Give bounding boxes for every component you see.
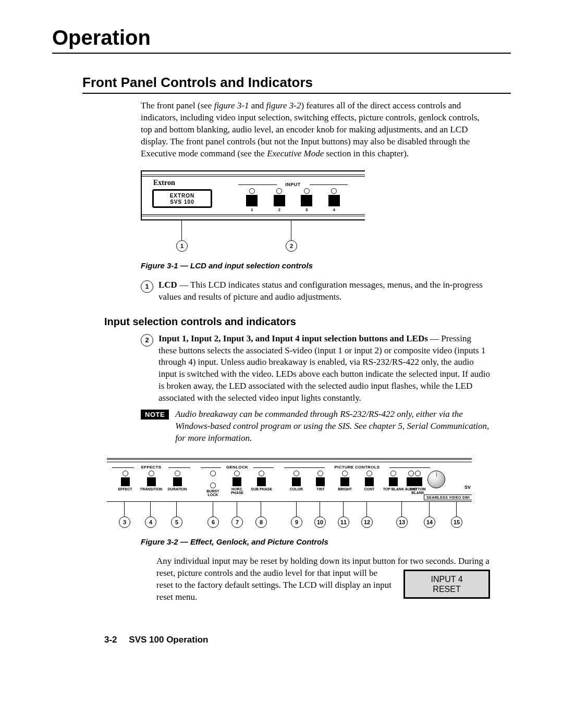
led-icon bbox=[123, 471, 128, 476]
led-icon bbox=[149, 471, 154, 476]
reset-lcd-inset: INPUT 4 RESET bbox=[403, 570, 490, 599]
led-icon bbox=[249, 188, 255, 194]
top-blank-button bbox=[389, 477, 398, 486]
input-num: 4 bbox=[333, 207, 335, 212]
led-icon bbox=[366, 471, 372, 476]
led-icon bbox=[259, 471, 264, 476]
callout-marker: 8 bbox=[255, 516, 267, 528]
btn-label: BRIGHT bbox=[334, 487, 357, 491]
callout-body: — Pressing these buttons selects the ass… bbox=[158, 334, 490, 403]
callout-marker: 4 bbox=[145, 516, 156, 528]
figure-3-2-caption: Figure 3-2 — Effect, Genlock, and Pictur… bbox=[141, 537, 511, 546]
input-3-button bbox=[301, 195, 312, 206]
callout-marker-2: 2 bbox=[286, 240, 297, 252]
front-panel-diagram: Extron EXTRON SVS 100 INPUT 1 2 3 4 bbox=[141, 170, 365, 220]
led-icon bbox=[331, 188, 337, 194]
btn-label: AUDIO bbox=[399, 487, 422, 491]
callout-badge: 2 bbox=[141, 334, 153, 347]
led-icon bbox=[210, 483, 216, 488]
callout-lead: LCD bbox=[158, 280, 177, 290]
lcd-display: EXTRON SVS 100 bbox=[152, 189, 212, 208]
callout-1: 1 LCD — This LCD indicates status and co… bbox=[141, 279, 490, 303]
led-icon bbox=[175, 471, 180, 476]
led-icon bbox=[317, 471, 323, 476]
led-icon bbox=[342, 471, 348, 476]
subsection-title: Input selection controls and indicators bbox=[104, 316, 511, 328]
intro-text: The front panel (see bbox=[141, 101, 214, 110]
figure-ref-1: figure 3‑1 bbox=[214, 101, 249, 110]
genlock-group-label: GENLOCK bbox=[201, 465, 274, 470]
input-2-button bbox=[274, 195, 285, 206]
input-num: 1 bbox=[251, 207, 253, 212]
callout-marker: 12 bbox=[361, 516, 373, 528]
lcd-line-2: SVS 100 bbox=[154, 199, 211, 205]
callout-marker: 14 bbox=[424, 516, 435, 528]
transition-button bbox=[147, 477, 156, 486]
callout-badge: 1 bbox=[141, 280, 153, 293]
horz-phase-button bbox=[232, 477, 241, 486]
doc-title: SVS 100 Operation bbox=[129, 635, 208, 645]
intro-text: section in this chapter). bbox=[324, 149, 409, 158]
page: Operation Front Panel Controls and Indic… bbox=[0, 0, 563, 666]
spacer bbox=[399, 465, 423, 470]
figure-3-2: EFFECTS EFFECT TRANSITION DURATION GENLO… bbox=[107, 458, 472, 528]
callout-marker: 15 bbox=[451, 516, 462, 528]
led-icon bbox=[210, 471, 216, 476]
callout-marker: 3 bbox=[119, 516, 130, 528]
intro-paragraph: The front panel (see figure 3‑1 and figu… bbox=[141, 100, 490, 160]
audio-button bbox=[407, 477, 415, 486]
input-num: 2 bbox=[278, 207, 280, 212]
input-num: 3 bbox=[305, 207, 308, 212]
sub-phase-button bbox=[257, 477, 266, 486]
seamless-label: SEAMLESS VIDEO SWI bbox=[424, 495, 472, 500]
page-footer: 3-2 SVS 100 Operation bbox=[104, 635, 511, 645]
note-text: Audio breakaway can be commanded through… bbox=[175, 409, 490, 445]
reset-lcd-line-2: RESET bbox=[405, 584, 488, 594]
btn-label: BURST LOCK bbox=[201, 489, 224, 497]
input-button-group: INPUT 1 2 3 4 bbox=[238, 182, 348, 212]
bright-button bbox=[340, 477, 349, 486]
btn-label: DURATION bbox=[166, 487, 189, 491]
callout-marker-1: 1 bbox=[176, 240, 188, 252]
figure-3-1-caption: Figure 3-1 — LCD and input selection con… bbox=[141, 261, 511, 270]
brand-label: Extron bbox=[152, 179, 176, 187]
encoder-knob-icon bbox=[427, 471, 445, 488]
intro-text: and bbox=[249, 101, 266, 110]
btn-label: CONT bbox=[358, 487, 381, 491]
callout-marker: 13 bbox=[396, 516, 408, 528]
btn-label: COLOR bbox=[285, 487, 308, 491]
callout-2: 2 Input 1, Input 2, Input 3, and Input 4… bbox=[141, 333, 490, 405]
callout-marker: 5 bbox=[171, 516, 182, 528]
btn-label: EFFECT bbox=[114, 487, 137, 491]
callout-marker: 6 bbox=[207, 516, 219, 528]
callout-lead: Input 1, Input 2, Input 3, and Input 4 i… bbox=[158, 334, 428, 343]
note-block: NOTE Audio breakaway can be commanded th… bbox=[141, 409, 490, 445]
effect-button bbox=[121, 477, 130, 486]
duration-button bbox=[173, 477, 182, 486]
btn-label: SUB PHASE bbox=[250, 487, 273, 491]
sv-text: SV bbox=[464, 485, 471, 490]
page-number: 3-2 bbox=[104, 635, 117, 645]
input-group-label: INPUT bbox=[238, 182, 348, 187]
callout-marker: 9 bbox=[291, 516, 302, 528]
section-title: Front Panel Controls and Indicators bbox=[82, 75, 511, 94]
btn-label: TINT bbox=[309, 487, 332, 491]
callout-marker: 11 bbox=[338, 516, 349, 528]
led-icon bbox=[408, 471, 414, 476]
callout-body: — This LCD indicates status and configur… bbox=[158, 280, 483, 302]
callout-marker: 10 bbox=[314, 516, 326, 528]
reset-paragraph: Any individual input may be reset by hol… bbox=[156, 556, 490, 603]
btn-label: HORZ. PHASE bbox=[226, 487, 249, 495]
exec-mode-ref: Executive Mode bbox=[267, 149, 324, 158]
led-icon bbox=[390, 471, 396, 476]
led-icon bbox=[293, 471, 299, 476]
figure-3-1: Extron EXTRON SVS 100 INPUT 1 2 3 4 1 2 bbox=[141, 170, 365, 252]
lcd-line-1: EXTRON bbox=[154, 193, 211, 199]
led-icon bbox=[304, 188, 310, 194]
figure-ref-2: figure 3‑2 bbox=[266, 101, 301, 110]
cont-button bbox=[365, 477, 374, 486]
btn-label: TRANSITION bbox=[140, 487, 163, 491]
note-badge: NOTE bbox=[141, 410, 169, 419]
led-icon bbox=[276, 188, 282, 194]
input-4-button bbox=[328, 195, 340, 206]
